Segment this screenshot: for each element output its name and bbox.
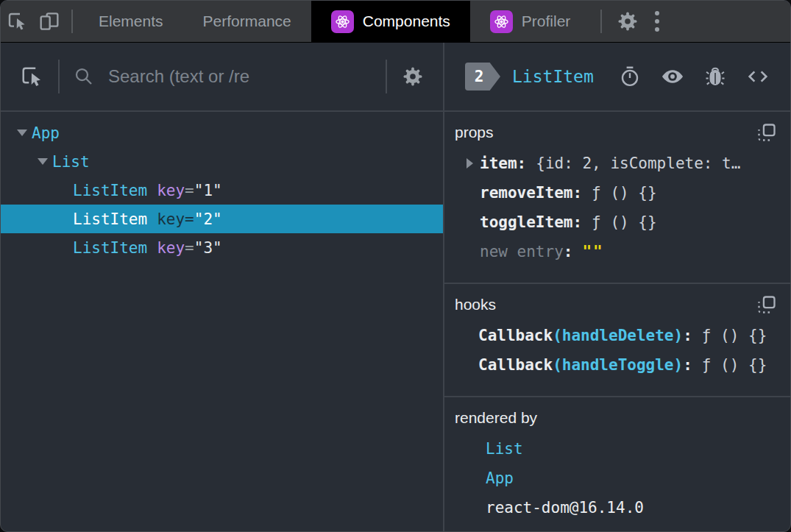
prop-row-removeitem[interactable]: removeItem: ƒ () {} bbox=[444, 178, 790, 208]
inspected-element-header: 2 ListItem bbox=[444, 43, 790, 112]
inspect-component-icon[interactable] bbox=[18, 63, 45, 90]
rendered-by-section: rendered by List App react-dom@16.14.0 bbox=[444, 397, 790, 532]
prop-row-toggleitem[interactable]: toggleItem: ƒ () {} bbox=[444, 208, 790, 237]
prop-row-new-entry[interactable]: new entry: "" bbox=[444, 237, 790, 266]
key-attr-value: "2" bbox=[194, 210, 222, 228]
new-entry-key-input[interactable]: new entry bbox=[480, 243, 564, 260]
copy-props-icon[interactable] bbox=[756, 122, 777, 143]
component-name: App bbox=[32, 124, 60, 142]
component-name: ListItem bbox=[73, 239, 147, 257]
colon: : bbox=[564, 243, 573, 260]
toolbar-separator bbox=[71, 10, 73, 33]
prop-value: {id: 2, isComplete: t… bbox=[536, 155, 740, 172]
more-menu-icon[interactable] bbox=[648, 11, 677, 32]
inspect-dom-eye-icon[interactable] bbox=[661, 65, 684, 88]
suspend-stopwatch-icon[interactable] bbox=[619, 65, 641, 88]
rendered-by-app[interactable]: App bbox=[444, 464, 790, 493]
hook-name: Callback bbox=[478, 356, 553, 374]
tab-performance[interactable]: Performance bbox=[183, 1, 311, 42]
inspected-element-panel: 2 ListItem bbox=[444, 43, 790, 531]
tab-profiler[interactable]: Profiler bbox=[470, 1, 591, 42]
expand-arrow-icon[interactable] bbox=[459, 158, 480, 169]
tree-row-listitem-3[interactable]: ListItem key="3" bbox=[1, 233, 443, 262]
prop-value: ƒ () {} bbox=[592, 213, 657, 231]
inspect-element-icon[interactable] bbox=[1, 1, 33, 42]
colon: : bbox=[572, 213, 582, 231]
hooks-section: hooks Callback(handleDelete): ƒ () {} Ca… bbox=[444, 284, 790, 397]
prop-value: ƒ () {} bbox=[592, 184, 657, 202]
key-attr-name: key bbox=[157, 210, 185, 228]
device-toolbar-icon[interactable] bbox=[33, 1, 65, 42]
tree-row-listitem-1[interactable]: ListItem key="1" bbox=[1, 176, 443, 205]
equals-sign: = bbox=[185, 239, 194, 257]
log-component-bug-icon[interactable] bbox=[704, 65, 726, 88]
tree-settings-gear-icon[interactable] bbox=[400, 64, 425, 89]
components-panel: App List ListItem key="1" ListItem key="… bbox=[1, 43, 790, 531]
component-tree: App List ListItem key="1" ListItem key="… bbox=[1, 112, 443, 262]
component-name: ListItem bbox=[73, 210, 147, 228]
key-attr-name: key bbox=[157, 182, 185, 199]
settings-gear-icon[interactable] bbox=[608, 9, 648, 34]
props-section: props item: {id: 2, isComplete: t… bbox=[444, 112, 790, 284]
hook-arg: (handleToggle) bbox=[553, 356, 683, 374]
tree-row-list[interactable]: List bbox=[1, 147, 443, 176]
component-name: ListItem bbox=[73, 182, 147, 199]
tab-components[interactable]: Components bbox=[311, 1, 470, 42]
owners-stack-badge[interactable]: 2 bbox=[465, 63, 500, 91]
colon: : bbox=[572, 184, 582, 202]
tab-label: Components bbox=[363, 13, 450, 30]
collapse-caret-icon[interactable] bbox=[33, 158, 52, 165]
devtools-tab-bar: Elements Performance Components bbox=[1, 1, 790, 43]
hook-name: Callback bbox=[478, 327, 553, 344]
hook-value: ƒ () {} bbox=[702, 356, 767, 374]
tree-row-app[interactable]: App bbox=[1, 118, 443, 147]
tree-row-listitem-2-selected[interactable]: ListItem key="2" bbox=[1, 205, 443, 233]
rendered-by-title: rendered by bbox=[455, 409, 537, 427]
react-atom-icon bbox=[331, 10, 354, 33]
react-atom-icon bbox=[490, 10, 513, 33]
search-input[interactable] bbox=[108, 66, 372, 87]
selected-component-title: ListItem bbox=[512, 67, 594, 86]
toolbar-separator bbox=[386, 60, 387, 93]
key-attr-name: key bbox=[157, 239, 185, 257]
prop-key: item bbox=[480, 155, 517, 172]
tab-label: Performance bbox=[203, 13, 291, 30]
search-icon bbox=[73, 65, 95, 88]
renderer-version: react-dom@16.14.0 bbox=[486, 499, 644, 517]
component-tree-panel: App List ListItem key="1" ListItem key="… bbox=[1, 43, 444, 531]
search-box bbox=[73, 65, 372, 88]
prop-row-item[interactable]: item: {id: 2, isComplete: t… bbox=[444, 149, 790, 178]
tab-label: Elements bbox=[99, 13, 163, 30]
key-attr-value: "1" bbox=[194, 182, 222, 199]
toolbar-separator bbox=[58, 60, 60, 93]
tree-toolbar bbox=[1, 43, 443, 112]
view-source-code-icon[interactable] bbox=[746, 65, 770, 88]
props-section-title: props bbox=[455, 124, 494, 141]
react-devtools-window: Elements Performance Components bbox=[0, 0, 791, 532]
colon: : bbox=[517, 155, 527, 172]
colon: : bbox=[683, 327, 692, 344]
owner-link[interactable]: List bbox=[486, 440, 523, 458]
colon: : bbox=[683, 356, 692, 374]
prop-key: toggleItem bbox=[480, 213, 572, 231]
hook-row-handletoggle[interactable]: Callback(handleToggle): ƒ () {} bbox=[444, 350, 790, 380]
hook-value: ƒ () {} bbox=[702, 327, 767, 344]
component-name: List bbox=[52, 153, 90, 171]
copy-hooks-icon[interactable] bbox=[756, 294, 777, 315]
toolbar-separator bbox=[600, 10, 602, 33]
equals-sign: = bbox=[185, 210, 194, 228]
owner-link[interactable]: App bbox=[486, 469, 514, 487]
tab-elements[interactable]: Elements bbox=[79, 1, 183, 42]
rendered-by-list[interactable]: List bbox=[444, 434, 790, 464]
hook-arg: (handleDelete) bbox=[553, 327, 683, 344]
hooks-section-title: hooks bbox=[455, 296, 496, 313]
new-entry-value-input[interactable]: "" bbox=[582, 243, 603, 260]
key-attr-value: "3" bbox=[194, 239, 222, 257]
equals-sign: = bbox=[185, 182, 194, 199]
prop-key: removeItem bbox=[480, 184, 572, 202]
tab-label: Profiler bbox=[522, 13, 571, 30]
hook-row-handledelete[interactable]: Callback(handleDelete): ƒ () {} bbox=[444, 321, 790, 350]
collapse-caret-icon[interactable] bbox=[13, 130, 32, 136]
rendered-by-react-dom: react-dom@16.14.0 bbox=[444, 493, 790, 522]
